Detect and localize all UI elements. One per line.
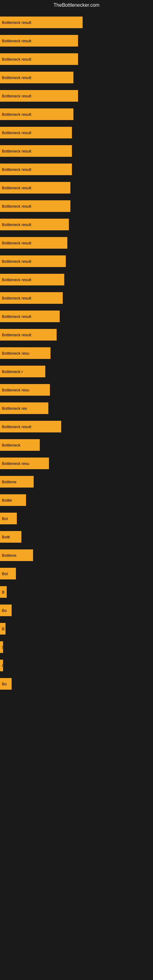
bar-row: Bottleneck result (0, 219, 153, 230)
bar-label: Bottleneck result (2, 314, 31, 319)
bar-label: Bottleneck result (2, 277, 31, 282)
bottleneck-bar: Bottleneck result (0, 90, 78, 102)
bar-row: Bottlene (0, 476, 153, 488)
bottleneck-bar: Bottleneck result (0, 292, 63, 304)
bottleneck-bar: Bottleneck result (0, 219, 69, 230)
bar-label: I (2, 645, 3, 649)
bottleneck-bar: B (0, 623, 5, 635)
bottleneck-bar: Bottleneck (0, 439, 40, 451)
bar-label: Bottleneck resu (2, 461, 29, 466)
bar-label: Bottle (2, 498, 12, 503)
bar-row: Bottleneck result (0, 35, 153, 46)
bar-label: Bot (2, 571, 8, 576)
bar-row: Bottleneck resu (0, 458, 153, 469)
bottleneck-bar: Bottleneck result (0, 35, 78, 46)
bar-row: Bottleneck resu (0, 347, 153, 359)
bottleneck-bar: Bottleneck result (0, 421, 61, 433)
bottleneck-bar: Bottleneck result (0, 200, 70, 212)
bottleneck-bar: Bottleneck result (0, 274, 64, 285)
bottleneck-bar: Bottleneck resu (0, 347, 51, 359)
bar-row: Bottle (0, 494, 153, 506)
bar-label: Bottleneck result (2, 20, 31, 25)
bar-row: Bottleneck resu (0, 384, 153, 396)
bottleneck-bar: I (0, 660, 3, 671)
bar-label: Bottleneck result (2, 241, 31, 245)
bar-row: Bottleneck r (0, 366, 153, 377)
bottleneck-bar: Bottleneck r (0, 366, 45, 377)
bar-label: Bottleneck r (2, 369, 23, 374)
bar-label: Bottleneck resu (2, 351, 29, 356)
bar-row: I (0, 660, 153, 671)
bottleneck-bar: Bot (0, 568, 16, 579)
bar-row: Bottleneck result (0, 329, 153, 340)
bar-label: Bottleneck result (2, 94, 31, 98)
bar-label: Bottleneck result (2, 259, 31, 264)
bar-label: Bottleneck result (2, 332, 31, 337)
bottleneck-bar: Bottleneck result (0, 53, 78, 65)
bar-row: Bot (0, 513, 153, 524)
bar-row: Bottleneck res (0, 402, 153, 414)
bottleneck-bar: Bottleneck result (0, 237, 67, 249)
bar-row: Bottlene (0, 549, 153, 561)
bottleneck-bar: Bottleneck resu (0, 458, 49, 469)
bar-label: Bot (2, 516, 8, 521)
bottleneck-bar: Bottle (0, 494, 26, 506)
bottleneck-bar: Bottleneck result (0, 255, 66, 267)
bar-label: Bottl (2, 535, 10, 539)
bar-row: Bottleneck (0, 439, 153, 451)
bar-label: Bottleneck result (2, 222, 31, 227)
bar-row: Bottl (0, 531, 153, 542)
bar-label: I (2, 663, 3, 668)
bottleneck-bar: Bottlene (0, 476, 33, 488)
bar-row: Bottleneck result (0, 421, 153, 433)
bar-row: B (0, 623, 153, 635)
bottleneck-bar: Bot (0, 513, 17, 524)
bar-label: Bottleneck result (2, 186, 31, 190)
bottleneck-bar: Bottleneck result (0, 329, 57, 340)
bar-row: Bottleneck result (0, 164, 153, 175)
bottleneck-bar: Bo (0, 605, 12, 616)
bottleneck-bar: Bottleneck result (0, 182, 70, 194)
bar-row: Bottleneck result (0, 90, 153, 102)
bar-label: Bottleneck result (2, 130, 31, 135)
bar-label: Bottleneck result (2, 75, 31, 80)
bar-row: Bottleneck result (0, 127, 153, 138)
bottleneck-bar: Bottleneck result (0, 72, 73, 83)
bottleneck-bar: Bottleneck result (0, 127, 72, 138)
bar-label: Bottleneck result (2, 296, 31, 301)
bar-label: Bottleneck result (2, 204, 31, 208)
bar-row: Bottleneck result (0, 237, 153, 249)
bottleneck-bar: Bottleneck result (0, 164, 72, 175)
bar-row: I (0, 641, 153, 653)
bar-label: Bottleneck result (2, 167, 31, 172)
bar-row: Bottleneck result (0, 72, 153, 83)
bar-row: Bottleneck result (0, 310, 153, 322)
bar-row: B (0, 586, 153, 598)
bar-row: Bottleneck result (0, 274, 153, 285)
bar-row: Bottleneck result (0, 200, 153, 212)
bar-label: Bo (2, 608, 7, 613)
bar-label: Bottlene (2, 480, 16, 484)
bar-row: Bottleneck result (0, 292, 153, 304)
bar-label: Bottleneck result (2, 112, 31, 117)
bar-row: Bottleneck result (0, 182, 153, 194)
bar-label: Bottleneck result (2, 149, 31, 153)
bar-label: B (2, 627, 5, 631)
bar-row: Bot (0, 568, 153, 579)
bottleneck-bar: Bottleneck result (0, 16, 83, 28)
bar-row: Bottleneck result (0, 255, 153, 267)
bar-label: Bottleneck result (2, 425, 31, 429)
bar-label: Bottleneck (2, 443, 21, 447)
bottleneck-bar: Bottleneck result (0, 108, 73, 120)
bar-row: Bo (0, 605, 153, 616)
bar-label: Bottleneck result (2, 38, 31, 43)
bar-label: Bo (2, 682, 7, 686)
bottleneck-bar: Bottleneck res (0, 402, 48, 414)
bottleneck-bar: Bo (0, 678, 12, 690)
bar-label: Bottlene (2, 553, 16, 558)
site-title: TheBottlenecker.com (0, 0, 153, 10)
bar-row: Bo (0, 678, 153, 690)
bar-label: Bottleneck result (2, 57, 31, 62)
bottleneck-bar: Bottleneck resu (0, 384, 50, 396)
bar-label: B (2, 590, 5, 595)
